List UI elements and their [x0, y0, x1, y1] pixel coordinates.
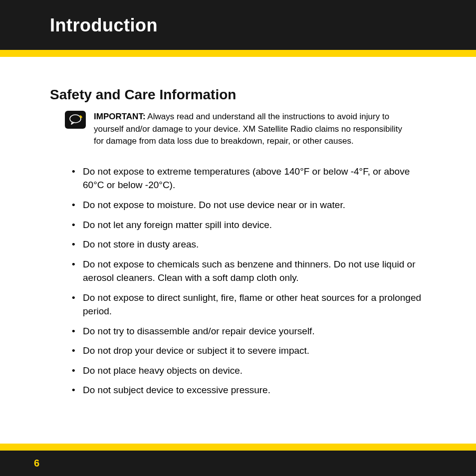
list-item: Do not expose to extreme temperatures (a…	[72, 165, 426, 192]
list-item: Do not drop your device or subject it to…	[72, 344, 426, 358]
notice-block: IMPORTANT: Always read and understand al…	[50, 111, 426, 148]
notice-text: IMPORTANT: Always read and understand al…	[94, 111, 413, 148]
list-item: Do not expose to direct sunlight, fire, …	[72, 291, 426, 318]
footer-bar: 6	[0, 451, 476, 476]
page-title: Introduction	[50, 15, 476, 36]
list-item: Do not try to disassemble and/or repair …	[72, 324, 426, 338]
list-item: Do not place heavy objects on device.	[72, 364, 426, 378]
list-item: Do not expose to moisture. Do not use de…	[72, 198, 426, 212]
content-area: Safety and Care Information IMPORTANT: A…	[0, 57, 476, 444]
list-item: Do not subject device to excessive press…	[72, 383, 426, 397]
accent-stripe-bottom	[0, 444, 476, 451]
list-item: Do not let any foreign matter spill into…	[72, 218, 426, 232]
bullet-list: Do not expose to extreme temperatures (a…	[50, 165, 426, 397]
svg-point-0	[70, 115, 81, 123]
page-number: 6	[34, 458, 39, 469]
accent-stripe-top	[0, 50, 476, 57]
list-item: Do not expose to chemicals such as benze…	[72, 257, 426, 285]
notice-label: IMPORTANT:	[94, 112, 146, 121]
list-item: Do not store in dusty areas.	[72, 238, 426, 251]
section-heading: Safety and Care Information	[50, 87, 426, 103]
header-band: Introduction	[0, 0, 476, 50]
speech-bubble-icon	[65, 111, 86, 129]
footer-band: 6	[0, 444, 476, 476]
